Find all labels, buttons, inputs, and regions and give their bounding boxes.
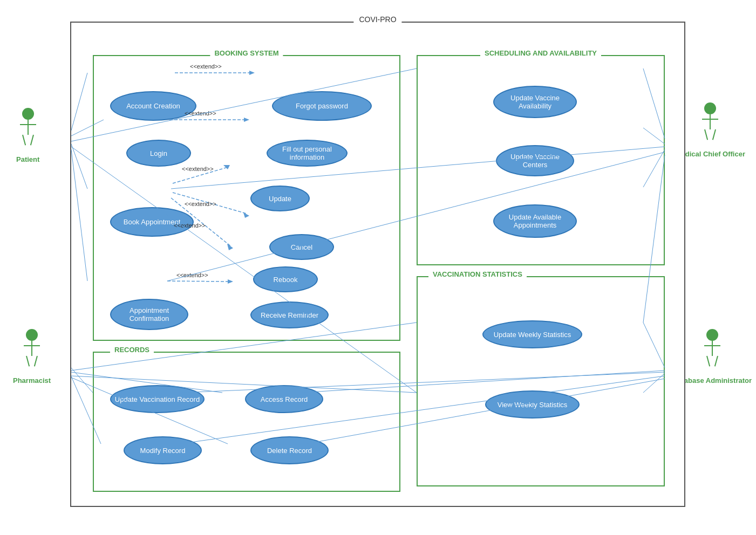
svg-line-24 <box>71 368 93 393</box>
actor-mco-head <box>704 102 716 114</box>
diagram-container: COVI-PRO BOOKING SYSTEM Account Creation… <box>70 22 685 507</box>
uc-appt-confirmation: Appointment Confirmation <box>110 299 188 330</box>
actor-dba-leg-left <box>706 356 710 367</box>
actor-dba-body <box>712 341 713 356</box>
actor-mco-leg-right <box>712 129 716 140</box>
actor-pharmacist-head <box>26 329 38 341</box>
actor-patient-arms <box>20 124 36 125</box>
actor-pharmacist-leg-left <box>26 356 30 367</box>
uc-rebook: Rebook <box>253 266 318 292</box>
records-box: RECORDS Update Vaccination Record Access… <box>93 352 400 492</box>
svg-line-21 <box>71 149 87 281</box>
uc-modify-record: Modify Record <box>124 436 202 464</box>
actor-patient-body <box>28 120 29 135</box>
booking-system-title: BOOKING SYSTEM <box>210 49 283 57</box>
actor-pharmacist-leg-right <box>34 356 38 367</box>
svg-line-18 <box>71 73 87 131</box>
uc-update-weekly-stats: Update Weekly Statistics <box>482 320 582 348</box>
actor-dba-leg-right <box>714 356 718 367</box>
actor-mco-leg-left <box>704 129 708 140</box>
actor-mco-body <box>710 114 711 129</box>
actor-mco: Medical Chief Officer <box>676 102 745 158</box>
scheduling-box: SCHEDULING AND AVAILABILITY Update Vacci… <box>417 55 665 265</box>
uc-access-record: Access Record <box>245 385 323 413</box>
uc-login: Login <box>126 140 191 167</box>
actor-dba-head <box>706 329 718 341</box>
actor-patient-label: Patient <box>16 155 39 163</box>
actor-pharmacist-label: Pharmacist <box>13 376 51 385</box>
uc-forgot-password: Fill out personal information <box>267 140 348 167</box>
actor-patient-leg-right <box>30 135 34 146</box>
actor-pharmacist-arms <box>24 345 40 346</box>
booking-system-box: BOOKING SYSTEM Account Creation Forgot p… <box>93 55 400 341</box>
uc-update-vaccination-record: Update Vaccination Record <box>110 385 205 413</box>
records-title: RECORDS <box>110 346 154 354</box>
uc-update: Update <box>250 186 310 211</box>
vacc-stats-title: VACCINATION STATISTICS <box>428 270 527 278</box>
actor-patient-head <box>22 108 34 120</box>
diagram-title: COVI-PRO <box>353 15 401 24</box>
actor-pharmacist: Pharmacist <box>13 329 51 385</box>
uc-cancel: Cancel <box>269 234 334 260</box>
actor-patient: Patient <box>16 108 39 163</box>
uc-fill-out: Forgot password <box>272 91 372 121</box>
uc-update-vaccine-avail: Update Vaccine Availability <box>493 86 577 118</box>
actor-pharmacist-body <box>31 341 32 356</box>
actor-patient-leg-left <box>22 135 26 146</box>
actor-dba-arms <box>704 345 720 346</box>
uc-view-weekly-stats: View Weekly Statistics <box>485 390 580 419</box>
svg-line-20 <box>71 144 87 189</box>
actor-mco-arms <box>702 119 718 120</box>
scheduling-title: SCHEDULING AND AVAILABILITY <box>480 49 601 57</box>
uc-receive-reminder: Receive Reminder <box>250 301 329 328</box>
uc-update-vaccine-centers: Update Vaccine Centers <box>496 145 574 176</box>
uc-book-appointment: Book Appointment <box>110 207 194 237</box>
uc-update-avail-appts: Update Available Appointments <box>493 204 577 238</box>
vaccination-stats-box: VACCINATION STATISTICS Update Weekly Sta… <box>417 276 665 486</box>
uc-account-creation: Account Creation <box>110 91 196 121</box>
uc-delete-record: Delete Record <box>250 436 329 464</box>
actor-mco-label: Medical Chief Officer <box>676 150 745 158</box>
